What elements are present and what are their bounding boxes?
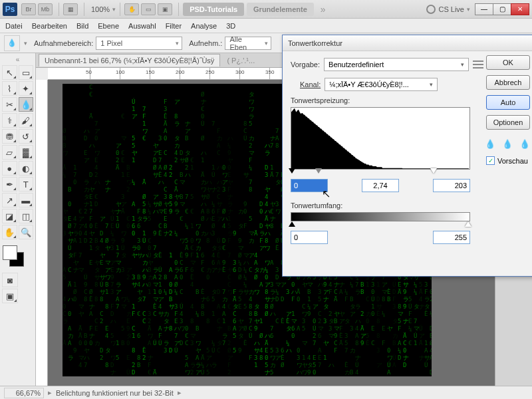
sample-layers-label: Aufnehm.:	[189, 39, 222, 47]
heal-tool[interactable]: ⚕	[2, 113, 17, 128]
status-zoom[interactable]: 66,67%	[4, 388, 44, 398]
white-eyedropper-icon[interactable]: 💧	[519, 139, 530, 150]
sample-size-combo[interactable]: 1 Pixel	[96, 37, 182, 50]
quickmask-button[interactable]: ◙	[2, 273, 18, 287]
app-titlebar: Ps Br Mb ▦ 100% ▾ ✋ ▭ ▣ PSD-Tutorials Gr…	[0, 0, 532, 19]
path-select-tool[interactable]: ↗	[2, 193, 17, 207]
toolbox: « ↖▭ ⌇✦ ✂💧 ⚕🖌 ⛃↺ ▱▓ ●◐ ✒T ↗▬ ◪◫ ✋🔍 ◙ ▣	[0, 53, 36, 386]
zoom-dropdown-icon[interactable]: ▾	[112, 6, 116, 13]
channel-label: Kanal:	[300, 80, 321, 88]
histogram[interactable]	[291, 107, 470, 170]
screenmode-cycle-button[interactable]: ▣	[2, 289, 18, 303]
menubar: Datei Bearbeiten Bild Ebene Auswahl Filt…	[0, 19, 532, 33]
screen-mode-button[interactable]: ▣	[158, 3, 172, 15]
auto-button[interactable]: Auto	[486, 95, 530, 110]
bridge-button[interactable]: Br	[21, 3, 36, 15]
blur-tool[interactable]: ●	[2, 161, 17, 176]
brush-tool[interactable]: 🖌	[19, 113, 34, 128]
eraser-tool[interactable]: ▱	[2, 145, 17, 160]
white-point-slider[interactable]	[430, 168, 437, 174]
3d-camera-tool[interactable]: ◫	[19, 209, 34, 223]
workspace-tab-grundelemente[interactable]: Grundelemente	[247, 3, 314, 16]
output-slider-track[interactable]	[291, 221, 470, 228]
black-point-input[interactable]	[291, 179, 328, 192]
status-bar: 66,67% ▸ Belichtung funktioniert nur bei…	[0, 386, 532, 399]
menu-bearbeiten[interactable]: Bearbeiten	[32, 22, 67, 30]
white-point-input[interactable]	[433, 179, 470, 192]
current-tool-icon[interactable]: 💧	[4, 35, 20, 51]
type-tool[interactable]: T	[19, 177, 34, 192]
output-levels-label: Tonwertumfang:	[291, 201, 483, 209]
zoom-tool[interactable]: 🔍	[19, 225, 34, 239]
sample-layers-combo[interactable]: Alle Eben	[225, 37, 271, 50]
hand-tool[interactable]: ✋	[2, 225, 17, 239]
channel-combo[interactable]: ¼;xÏÄ•Y Æ€3ôÚ€yÈ8¦!...	[325, 78, 438, 91]
arrange-button[interactable]: ▭	[141, 3, 156, 15]
workspace-tab-tutorials[interactable]: PSD-Tutorials	[183, 3, 244, 16]
menu-filter[interactable]: Filter	[166, 22, 182, 30]
levels-dialog: Tonwertkorrektur Vorgabe: Benutzerdefini…	[282, 35, 532, 277]
move-tool[interactable]: ↖	[2, 65, 17, 80]
gamma-input[interactable]	[362, 179, 399, 192]
options-button[interactable]: Optionen	[486, 115, 530, 130]
app-logo: Ps	[3, 3, 17, 16]
svg-marker-0	[291, 108, 469, 169]
foreground-swatch[interactable]	[3, 245, 17, 260]
marquee-tool[interactable]: ▭	[19, 65, 34, 80]
gray-eyedropper-icon[interactable]: 💧	[502, 139, 513, 150]
input-levels-label: Tonwertspreizung:	[291, 96, 483, 104]
menu-ebene[interactable]: Ebene	[98, 22, 119, 30]
status-message: Belichtung funktioniert nur bei 32-Bit	[56, 389, 174, 397]
menu-datei[interactable]: Datei	[5, 22, 23, 30]
output-white-slider[interactable]	[465, 221, 471, 227]
close-button[interactable]: ✕	[511, 3, 529, 15]
preset-label: Vorgabe:	[291, 61, 320, 68]
menu-bild[interactable]: Bild	[76, 22, 88, 30]
stamp-tool[interactable]: ⛃	[2, 129, 17, 144]
ruler-vertical[interactable]	[36, 80, 48, 386]
shape-tool[interactable]: ▬	[19, 193, 34, 207]
workspace-more-icon[interactable]: »	[321, 4, 326, 15]
maximize-button[interactable]: ▢	[493, 3, 511, 15]
toolbox-chevron-icon[interactable]: «	[1, 56, 34, 63]
output-gradient[interactable]	[291, 212, 470, 221]
output-white-input[interactable]	[433, 231, 470, 244]
history-brush-tool[interactable]: ↺	[19, 129, 34, 144]
document-tab-2[interactable]: ( P¿.'.¹...	[221, 55, 260, 66]
black-point-slider[interactable]	[289, 168, 295, 174]
document-tab-1[interactable]: Unbenannt-1 bei 66,7% (¼;xÏÄ•Y €3ôÚ€yÈ8¦…	[39, 54, 220, 66]
menu-analyse[interactable]: Analyse	[191, 22, 217, 30]
preset-combo[interactable]: Benutzerdefiniert	[324, 58, 469, 71]
black-eyedropper-icon[interactable]: 💧	[485, 139, 495, 150]
zoom-label: 100%	[91, 5, 110, 13]
preview-checkbox[interactable]: ✓	[486, 156, 495, 165]
3d-tool[interactable]: ◪	[2, 209, 17, 223]
cs-live-button[interactable]: CS Live ▾	[426, 5, 470, 14]
gamma-slider[interactable]	[315, 168, 322, 174]
eyedropper-tool[interactable]: 💧	[19, 97, 34, 112]
output-black-slider[interactable]	[289, 221, 295, 227]
ok-button[interactable]: OK	[486, 55, 530, 70]
dodge-tool[interactable]: ◐	[19, 161, 34, 176]
wand-tool[interactable]: ✦	[19, 81, 34, 96]
cs-live-icon	[426, 5, 436, 14]
lasso-tool[interactable]: ⌇	[2, 81, 17, 96]
sample-size-label: Aufnahmebereich:	[34, 39, 93, 47]
view-extras-button[interactable]: ▦	[63, 3, 78, 15]
output-black-input[interactable]	[291, 231, 328, 244]
preview-label: Vorschau	[497, 157, 528, 165]
gradient-tool[interactable]: ▓	[19, 145, 34, 160]
menu-3d[interactable]: 3D	[226, 22, 235, 30]
cancel-button[interactable]: Abbrech	[486, 75, 530, 90]
menu-auswahl[interactable]: Auswahl	[128, 22, 156, 30]
hand-tool-button[interactable]: ✋	[124, 3, 139, 15]
pen-tool[interactable]: ✒	[2, 177, 17, 192]
input-slider-track[interactable]	[291, 170, 470, 176]
color-swatches[interactable]	[1, 245, 28, 269]
minimize-button[interactable]: —	[475, 3, 493, 15]
crop-tool[interactable]: ✂	[2, 97, 17, 112]
dialog-title[interactable]: Tonwertkorrektur	[283, 35, 532, 51]
minibridge-button[interactable]: Mb	[38, 3, 53, 15]
